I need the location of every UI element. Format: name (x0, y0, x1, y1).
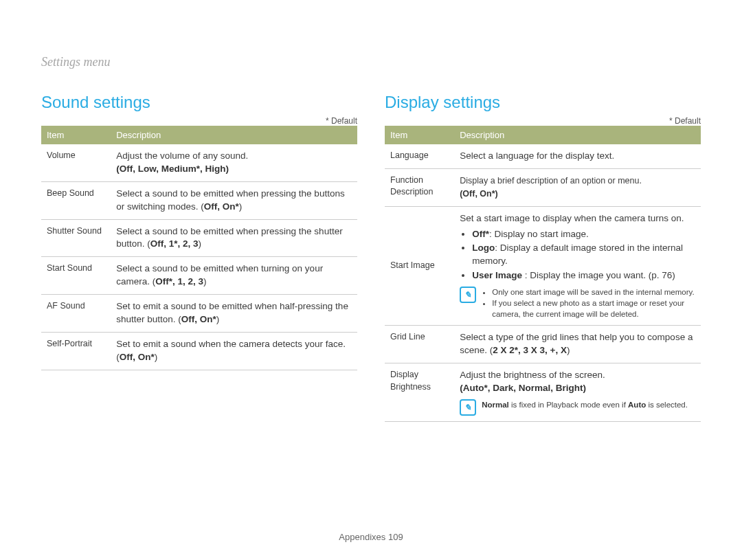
col-desc: Description (111, 126, 357, 144)
item-desc: Select a sound to be emitted when turnin… (111, 257, 357, 295)
col-desc: Description (454, 126, 701, 144)
table-row: Volume Adjust the volume of any sound. (… (41, 144, 357, 181)
item-desc: Select a language for the display text. (454, 144, 701, 168)
item-desc: Display a brief description of an option… (454, 168, 701, 206)
note-icon: ✎ (460, 399, 476, 416)
table-row: Language Select a language for the displ… (385, 144, 701, 168)
item-desc: Select a type of the grid lines that hel… (454, 326, 701, 363)
item-desc: Select a sound to be emitted when pressi… (111, 219, 357, 257)
item-label: Language (385, 144, 454, 168)
item-desc: Set to emit a sound to be emitted when h… (111, 295, 357, 333)
default-note-left: * Default (41, 116, 357, 126)
item-label: Function Description (385, 168, 454, 206)
breadcrumb: Settings menu (41, 55, 111, 69)
display-table: Item Description Language Select a langu… (385, 126, 701, 422)
item-desc: Set a start image to display when the ca… (454, 206, 701, 326)
item-label: Volume (41, 144, 111, 181)
item-label: Beep Sound (41, 181, 111, 219)
col-item: Item (41, 126, 111, 144)
item-desc: Adjust the volume of any sound. (Off, Lo… (111, 144, 357, 181)
sound-title: Sound settings (41, 93, 357, 112)
item-label: Grid Line (385, 326, 454, 363)
sound-settings-column: Sound settings * Default Item Descriptio… (41, 93, 357, 422)
item-desc: Adjust the brightness of the screen. (Au… (454, 363, 701, 422)
table-row: Start Image Set a start image to display… (385, 206, 701, 326)
item-label: Start Sound (41, 257, 111, 295)
item-label: Display Brightness (385, 363, 454, 422)
item-label: Shutter Sound (41, 219, 111, 257)
item-desc: Select a sound to be emitted when pressi… (111, 181, 357, 219)
table-row: Display Brightness Adjust the brightness… (385, 363, 701, 422)
page-body: Sound settings * Default Item Descriptio… (0, 0, 742, 456)
table-row: Function Description Display a brief des… (385, 168, 701, 206)
table-row: Beep Sound Select a sound to be emitted … (41, 181, 357, 219)
table-row: AF Sound Set to emit a sound to be emitt… (41, 295, 357, 333)
table-row: Self-Portrait Set to emit a sound when t… (41, 332, 357, 370)
default-note-right: * Default (385, 116, 701, 126)
col-item: Item (385, 126, 454, 144)
note-icon: ✎ (460, 287, 476, 303)
item-label: Self-Portrait (41, 332, 111, 370)
item-desc: Set to emit a sound when the camera dete… (111, 332, 357, 370)
table-row: Grid Line Select a type of the grid line… (385, 326, 701, 363)
display-title: Display settings (385, 93, 701, 112)
table-row: Start Sound Select a sound to be emitted… (41, 257, 357, 295)
item-label: AF Sound (41, 295, 111, 333)
page-footer: Appendixes 109 (0, 532, 742, 542)
table-row: Shutter Sound Select a sound to be emitt… (41, 219, 357, 257)
display-settings-column: Display settings * Default Item Descript… (385, 93, 701, 422)
item-label: Start Image (385, 206, 454, 326)
sound-table: Item Description Volume Adjust the volum… (41, 126, 357, 370)
